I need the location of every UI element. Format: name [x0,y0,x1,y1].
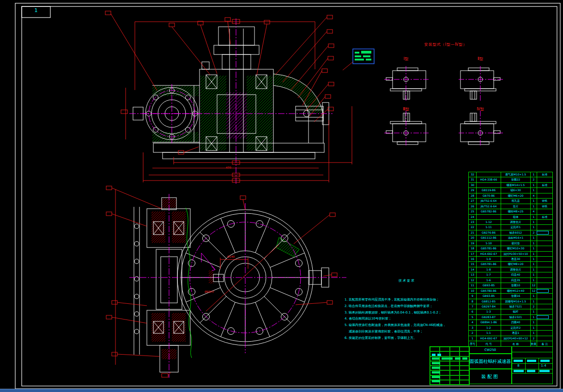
bom-cell-remark [537,187,553,193]
install-type-label-2: Ⅱ型 [472,56,488,61]
bom-cell-no: 31 [468,177,476,182]
bom-cell-name: 轴承6012 [501,230,530,235]
bom-cell-code: 1-3 [476,309,501,314]
bom-cell-name: 视孔盖 [501,198,530,203]
bom-cell-no: 21 [468,230,476,235]
bom-cell-remark [537,219,553,224]
bom-cell-name: 螺钉M10×30 [501,246,530,251]
bom-cell-no: 28 [468,193,476,198]
bom-row: 23 1-12 调整垫片 1 [468,219,553,224]
signature-mark [437,354,441,356]
bom-cell-remark [537,283,553,288]
bom-cell-qty: 1 [530,204,537,209]
bom-cell-code: 1-9 [476,256,501,261]
title-block-mark [527,360,536,362]
bom-cell-name: 销6×30 [501,187,530,193]
bom-cell-qty: 1 [530,277,537,283]
title-block-mark [527,370,535,372]
bom-cell-remark [537,304,553,309]
bom-cell-remark [537,209,553,214]
bom-cell-code [476,214,501,219]
bom-cell-name: 调整垫片 [501,267,530,272]
bom-cell-code: GB93-85 [476,293,501,298]
bom-cell-remark [537,277,553,283]
technical-notes-title: 技术要求 [370,278,444,284]
bom-cell-remark [537,256,553,261]
bom-cell-name: 螺塞M14×1.5 [501,182,530,187]
bom-cell-name: 螺钉M8×20 [501,261,530,266]
bom-cell-no: 14 [468,267,476,272]
bom-cell-qty: 1 [530,224,537,229]
bom-cell-qty: 1 [530,187,537,193]
bom-cell-qty: 1 [530,309,537,314]
bom-cell-code: GB894.1-86 [476,320,501,325]
bom-cell-name: 垫片 [501,204,530,209]
signature-mark [432,362,440,364]
bom-row: 18 GB5781-86 螺钉M10×30 1 [468,246,553,251]
bom-cell-remark [537,246,553,251]
signature-mark [432,354,436,356]
title-block-mark [514,360,523,362]
technical-note-line: 减速器剖分面涂水玻璃密封胶，各部位清洗，干净； [345,329,472,335]
technical-notes-lines: 1. 装配前所有零件均应清洗干净，装配后箱体内不得有任何杂物；2. 啮合件采用涂… [345,297,472,342]
bom-cell-code: 1-6 [476,277,501,283]
bom-cell-code: GB70-86 [476,193,501,198]
selection-box-bearing-7521[interactable] [537,289,549,293]
bom-cell-no: 24 [468,214,476,219]
bom-cell-remark [537,251,553,256]
bom-cell-code: 1-2 [476,325,501,330]
bom-cell-qty: 1 [530,251,537,256]
bom-cell-qty: 12 [530,288,537,293]
cad-drawing-screen[interactable]: 1 安装型式（Ⅰ型—Ⅳ型） Ⅰ型 Ⅱ型 Ⅲ型 Ⅳ型 470 Ø140 Ø60H7… [0,0,563,392]
bom-cell-code: JB/T52.6-64 [476,198,501,203]
bom-cell-qty: 2 [530,304,537,309]
bom-row: 22 1-11 定距环1 1 [468,224,553,229]
bom-cell-qty: 1 [530,325,537,330]
bom-cell-qty: 1 [530,235,537,240]
bom-cell-qty: 1 [530,267,537,272]
bom-cell-remark [537,193,553,198]
bom-cell-name: 轴承7521 [501,304,530,309]
bom-cell-name: 油封PD30×50×10 [501,251,530,256]
bom-row: 25 GB5782-86 螺栓M8×25 4 [468,209,553,214]
install-types-title: 安装型式（Ⅰ型—Ⅳ型） [409,42,483,47]
sheet-number: 8 [512,364,525,368]
bom-cell-remark [537,261,553,266]
bom-cell-name: 闷盖40 [501,272,530,277]
bom-cell-name: 挡圈40 [501,320,530,325]
signature-mark [432,380,440,382]
bom-row: 24 箱体 1 标准 [468,214,553,219]
bom-row: 29 GB119-86 销6×30 1 [468,187,553,193]
bom-cell-no: 16 [468,256,476,261]
bom-cell-name: 螺栓M12×40 [501,288,530,293]
bom-cell-qty: 1 [530,261,537,266]
bom-cell-no: 5 [468,314,476,320]
bom-cell-code: 1-11 [476,224,501,229]
bom-cell-remark [537,336,553,341]
title-block-mark [540,360,550,362]
signature-mark [432,376,440,378]
bom-cell-qty: 2 [530,177,537,182]
bom-cell-qty: 1 [530,256,537,261]
technical-note-line: 6. 按规定的位置装好标牌，要牢固，字体朝上方。 [345,335,472,342]
bom-cell-name: 闷盖35 [501,277,530,283]
bom-cell-qty: 1 [530,246,537,251]
selection-box-bearing-2321[interactable] [537,315,549,319]
selection-box-bearing-6012[interactable] [537,231,549,235]
bom-cell-qty: 1 [530,198,537,203]
bom-row: 17 HG4-692-67 油封PD30×50×10 1 [468,251,553,256]
install-type-label-1: Ⅰ型 [398,56,414,61]
bom-header: 序号 代 号 名 称 数量 备 注 [468,341,553,347]
bom-cell-name: 螺栓M8×25 [501,209,530,214]
bom-cell-code: JB/T52.6-64 [476,204,501,209]
bom-cell-qty: 1 [530,172,537,177]
bom-cell-code: GB283-87 [476,314,501,320]
bom-row: 1 HG4-692-67 油封PD40×60×12 2 [468,336,553,341]
bom-cell-no: 11 [468,283,476,288]
bom-cell-qty: 2 [530,230,537,235]
dim-hub-diameter: Ø140 [227,255,235,258]
bom-cell-code: 1-10 [476,241,501,246]
bom-row: 6 1-3 蜗杆 1 [468,309,553,314]
bom-row: 19 1-10 密封垫 1 [468,241,553,246]
bom-header-remark: 备 注 [537,341,553,346]
